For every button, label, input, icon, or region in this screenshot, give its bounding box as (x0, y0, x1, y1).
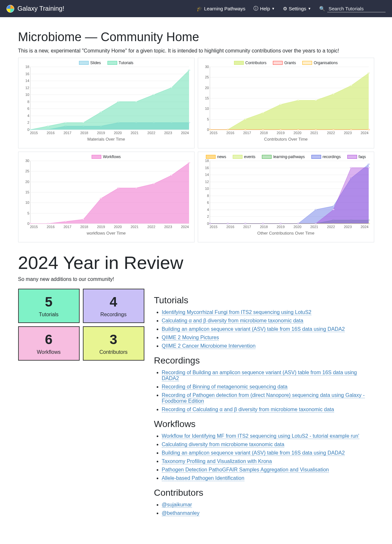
svg-point-15 (117, 101, 119, 102)
svg-point-49 (367, 129, 370, 130)
svg-point-101 (227, 223, 229, 224)
list-item: QIIME 2 Cancer Microbiome Intervention (162, 343, 374, 349)
link[interactable]: Building an amplicon sequence variant (A… (162, 326, 345, 332)
section-title-contributors: Contributors (154, 488, 374, 498)
link[interactable]: Calculating α and β diversity from micro… (162, 318, 303, 324)
search-input[interactable] (327, 5, 386, 12)
svg-point-25 (297, 100, 299, 101)
link[interactable]: @bethanmanley (162, 510, 200, 516)
list-item: Building an amplicon sequence variant (A… (162, 450, 374, 456)
svg-point-28 (350, 85, 352, 86)
link[interactable]: QIIME 2 Moving Pictures (162, 335, 219, 341)
legend-swatch (302, 61, 312, 65)
legend-item[interactable]: news (206, 155, 226, 159)
list-item: Workflow for Identifying MF from ITS2 se… (162, 433, 374, 439)
legend-swatch (273, 61, 283, 65)
legend-swatch (206, 155, 216, 159)
link[interactable]: Workflow for Identifying MF from ITS2 se… (162, 433, 359, 439)
intro-text: This is a new, experimental "Community H… (18, 48, 374, 54)
chart-grid: SlidesTutorials0246810121416182015201620… (18, 58, 374, 242)
list-item: Recording of Pathogen detection from (di… (162, 392, 374, 404)
link[interactable]: Allele-based Pathogen Identification (162, 475, 244, 481)
list-item: Calculating α and β diversity from micro… (162, 318, 374, 324)
legend-item[interactable]: learning-pathways (262, 155, 305, 159)
link[interactable]: QIIME 2 Cancer Microbiome Intervention (162, 343, 256, 349)
svg-point-43 (262, 129, 264, 130)
svg-point-46 (315, 129, 317, 130)
svg-point-45 (297, 129, 299, 130)
legend-item[interactable]: Slides (79, 61, 101, 65)
legend-swatch (234, 61, 244, 65)
list-item: Taxonomy Profiling and Visualization wit… (162, 458, 374, 464)
gear-icon: ⚙ (283, 6, 287, 12)
stat-number: 3 (88, 332, 139, 347)
legend-item[interactable]: Organisations (302, 61, 338, 65)
chart-materials: SlidesTutorials0246810121416182015201620… (18, 58, 195, 148)
svg-point-108 (350, 167, 352, 168)
stat-number: 6 (24, 332, 74, 347)
chart-workflows: Workflows0510152025302015201620172018201… (18, 152, 195, 242)
legend-item[interactable]: recordings (311, 155, 341, 159)
stat-label: Workflows (24, 349, 74, 355)
link[interactable]: Pathogen Detection PathoGFAIR Samples Ag… (162, 467, 329, 473)
list-item: Pathogen Detection PathoGFAIR Samples Ag… (162, 467, 374, 473)
search-wrap: 🔍 (319, 5, 386, 12)
stat-card-contributors: 3Contributors (83, 326, 144, 361)
svg-point-51 (47, 223, 49, 224)
svg-point-58 (170, 175, 173, 176)
chevron-down-icon: ▼ (272, 7, 275, 10)
legend-item[interactable]: Workflows (92, 155, 121, 159)
svg-point-22 (244, 119, 246, 120)
list-item: @sujaikumar (162, 502, 374, 508)
svg-point-103 (262, 223, 264, 224)
section-title-tutorials: Tutorials (154, 295, 374, 306)
section-title-recordings: Recordings (154, 355, 374, 366)
svg-point-52 (64, 221, 67, 222)
link[interactable]: Recording of Building an amplicon sequen… (162, 370, 357, 381)
list-item: QIIME 2 Moving Pictures (162, 335, 374, 341)
svg-point-29 (367, 73, 370, 74)
legend-item[interactable]: events (233, 155, 255, 159)
legend-swatch (233, 155, 242, 159)
legend-swatch (107, 61, 117, 65)
list-item: Allele-based Pathogen Identification (162, 475, 374, 481)
svg-point-16 (135, 101, 137, 102)
nav-learning-pathways[interactable]: 🎓 Learning Pathways (196, 6, 246, 12)
link[interactable]: @sujaikumar (162, 502, 192, 508)
link[interactable]: Recording of Binning of metagenomic sequ… (162, 384, 288, 390)
navbar-menu: 🎓 Learning Pathways ⓘ Help ▼ ⚙ Settings … (196, 5, 386, 12)
chart-contributors: ContributorsGrantsOrganisations051015202… (198, 58, 374, 148)
svg-point-23 (262, 112, 264, 113)
stat-label: Recordings (88, 312, 139, 318)
lists-column: TutorialsIdentifying Mycorrhizal Fungi f… (154, 289, 374, 519)
legend-swatch (79, 61, 89, 65)
stats-cards: 5Tutorials4Recordings6Workflows3Contribu… (18, 289, 144, 361)
legend-item[interactable]: faqs (347, 155, 366, 159)
link[interactable]: Recording of Calculating α and β diversi… (162, 407, 334, 412)
nav-help[interactable]: ⓘ Help ▼ (253, 6, 275, 12)
svg-point-18 (170, 87, 173, 88)
svg-point-10 (29, 129, 31, 130)
svg-point-97 (332, 206, 334, 207)
svg-point-102 (244, 223, 246, 224)
svg-point-106 (315, 223, 317, 224)
link[interactable]: Identifying Mycorrhizal Fungi from ITS2 … (162, 309, 311, 315)
list-item: Recording of Binning of metagenomic sequ… (162, 384, 374, 390)
link[interactable]: Building an amplicon sequence variant (A… (162, 450, 345, 456)
svg-point-55 (117, 188, 119, 189)
search-icon: 🔍 (319, 6, 325, 12)
svg-point-59 (188, 162, 190, 163)
link[interactable]: Recording of Pathogen detection from (di… (162, 392, 365, 404)
svg-point-96 (315, 209, 317, 210)
legend-item[interactable]: Grants (273, 61, 296, 65)
brand[interactable]: Galaxy Training! (6, 5, 64, 13)
svg-point-27 (332, 94, 334, 95)
chart-title: Other Contributions Over Time (201, 231, 371, 236)
link[interactable]: Taxonomy Profiling and Visualization wit… (162, 458, 272, 464)
page-title: Microbiome — Community Home (18, 30, 374, 44)
link[interactable]: Calculating diversity from microbiome ta… (162, 442, 285, 447)
chart-title: workflows Over Time (21, 231, 192, 236)
legend-item[interactable]: Tutorials (107, 61, 134, 65)
nav-settings[interactable]: ⚙ Settings ▼ (283, 6, 311, 12)
legend-item[interactable]: Contributors (234, 61, 266, 65)
